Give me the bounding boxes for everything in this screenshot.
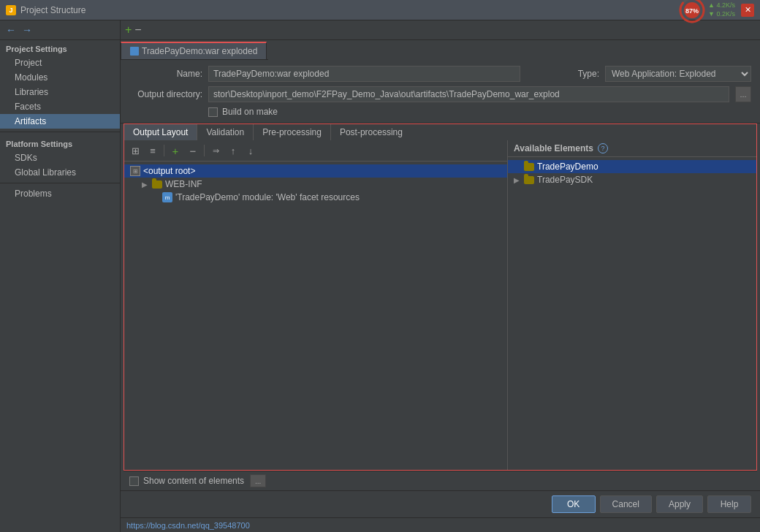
main-layout: ← → Project Settings Project Modules Lib… — [0, 20, 760, 532]
tree-item-tradepay-module-label: 'TradePayDemo' module: 'Web' facet resou… — [175, 192, 360, 202]
element-item-tradepay-sdk-label: TradePaySDK — [537, 175, 593, 185]
type-select-wrapper: Web Application: Exploded — [605, 66, 751, 82]
dots-button[interactable]: ... — [250, 474, 266, 487]
output-dir-row: Output directory: ... — [129, 86, 751, 102]
dialog-buttons: OK Cancel Apply Help — [121, 490, 760, 517]
tree-move-up-button[interactable]: ↑ — [225, 142, 241, 159]
artifact-tab-area: TradePayDemo:war exploded — [121, 40, 760, 60]
net-download: ▼ 0.2K/s — [708, 10, 735, 19]
status-url: https://blog.csdn.net/qq_39548700 — [126, 521, 250, 530]
sidebar-item-modules[interactable]: Modules — [0, 70, 120, 85]
type-select[interactable]: Web Application: Exploded — [605, 66, 751, 82]
folder-icon — [152, 180, 162, 189]
tree-expand-arrow: ▶ — [142, 180, 149, 189]
forward-button[interactable]: → — [20, 23, 34, 37]
sidebar-item-artifacts[interactable]: Artifacts — [0, 114, 120, 129]
sidebar-toolbar: ← → — [0, 20, 120, 40]
cpu-net-stats: 87% ▲ 4.2K/s ▼ 0.2K/s — [679, 0, 735, 23]
sidebar-item-facets[interactable]: Facets — [0, 99, 120, 114]
remove-artifact-button[interactable]: − — [134, 23, 141, 37]
bottom-bar: Show content of elements ... — [123, 471, 757, 490]
elements-panel: Available Elements ? TradePayDemo ▶ Trad… — [508, 140, 756, 470]
tree-remove-button[interactable]: − — [185, 142, 201, 159]
tree-add-button[interactable]: + — [167, 142, 183, 159]
sidebar-item-project[interactable]: Project — [0, 56, 120, 70]
properties-panel: Name: Type: Web Application: Exploded Ou… — [121, 60, 760, 123]
name-label: Name: — [129, 69, 202, 79]
output-dir-browse-button[interactable]: ... — [735, 86, 751, 102]
element-folder-icon-1 — [524, 163, 534, 171]
title-bar-left: J Project Structure — [6, 5, 86, 15]
element-expand-arrow-2: ▶ — [514, 176, 521, 184]
build-on-make-label: Build on make — [222, 107, 278, 117]
content-area: + − TradePayDemo:war exploded Name: Type… — [121, 20, 760, 532]
sidebar-item-problems[interactable]: Problems — [0, 186, 120, 201]
sidebar: ← → Project Settings Project Modules Lib… — [0, 20, 121, 532]
output-dir-label: Output directory: — [129, 89, 202, 99]
cancel-button[interactable]: Cancel — [600, 495, 652, 513]
artifact-tabs: TradePayDemo:war exploded — [121, 40, 268, 60]
title-bar: J Project Structure 87% ▲ 4.2K/s ▼ 0.2K/… — [0, 0, 760, 20]
output-dir-input[interactable] — [208, 86, 729, 102]
tree-toolbar-sep2 — [204, 145, 205, 156]
name-row: Name: Type: Web Application: Exploded — [129, 66, 751, 82]
tab-output-layout[interactable]: Output Layout — [124, 124, 197, 140]
net-stats: ▲ 4.2K/s ▼ 0.2K/s — [708, 1, 735, 18]
tree-item-output-root[interactable]: ⊞ <output root> — [124, 164, 507, 178]
add-artifact-button[interactable]: + — [125, 23, 132, 37]
output-tabs: Output Layout Validation Pre-processing … — [123, 123, 757, 140]
svg-text:87%: 87% — [685, 7, 699, 15]
platform-settings-section: Platform Settings — [0, 135, 120, 151]
tree-move-down-button[interactable]: ↓ — [243, 142, 259, 159]
elements-content: TradePayDemo ▶ TradePaySDK — [508, 157, 756, 470]
help-button[interactable]: Help — [707, 495, 751, 513]
back-button[interactable]: ← — [4, 23, 18, 37]
name-input[interactable] — [208, 66, 520, 82]
title-bar-right: 87% ▲ 4.2K/s ▼ 0.2K/s ✕ — [679, 0, 754, 23]
tree-item-output-root-label: <output root> — [143, 166, 195, 176]
tab-pre-processing[interactable]: Pre-processing — [254, 124, 331, 140]
window-title: Project Structure — [20, 5, 86, 15]
apply-button[interactable]: Apply — [656, 495, 703, 513]
cpu-gauge: 87% — [679, 0, 705, 23]
tree-toolbar-sep1 — [164, 145, 164, 156]
sidebar-item-sdks[interactable]: SDKs — [0, 151, 120, 165]
tab-post-processing[interactable]: Post-processing — [331, 124, 411, 140]
tree-content: ⊞ <output root> ▶ WEB-INF m 'TradePayDem… — [124, 162, 507, 470]
element-item-tradepay-sdk[interactable]: ▶ TradePaySDK — [508, 173, 756, 186]
build-on-make-checkbox[interactable] — [208, 107, 218, 117]
sidebar-divider — [0, 132, 120, 132]
build-on-make-row: Build on make — [129, 107, 751, 117]
help-icon[interactable]: ? — [598, 143, 608, 153]
sidebar-divider-2 — [0, 183, 120, 183]
tree-item-web-inf-label: WEB-INF — [165, 179, 202, 189]
tab-validation[interactable]: Validation — [197, 124, 254, 140]
tree-tool-view-button[interactable]: ⊞ — [127, 142, 143, 159]
artifact-tab-label: TradePayDemo:war exploded — [142, 46, 257, 56]
tree-item-web-inf[interactable]: ▶ WEB-INF — [136, 178, 507, 191]
element-item-tradepay-demo[interactable]: TradePayDemo — [508, 160, 756, 173]
type-label: Type: — [526, 69, 599, 79]
content-toolbar: + − — [121, 20, 760, 40]
output-root-icon: ⊞ — [130, 166, 140, 176]
show-content-checkbox[interactable] — [129, 476, 139, 486]
app-icon: J — [6, 5, 16, 15]
project-settings-section: Project Settings — [0, 40, 120, 56]
status-bar: https://blog.csdn.net/qq_39548700 — [121, 517, 760, 532]
sidebar-item-libraries[interactable]: Libraries — [0, 85, 120, 99]
tree-item-tradepay-module[interactable]: m 'TradePayDemo' module: 'Web' facet res… — [124, 191, 507, 204]
close-button[interactable]: ✕ — [741, 4, 754, 17]
elements-header: Available Elements ? — [508, 140, 756, 157]
sidebar-item-global-libraries[interactable]: Global Libraries — [0, 165, 120, 180]
tree-tool-list-button[interactable]: ≡ — [145, 142, 161, 159]
available-elements-label: Available Elements — [514, 143, 593, 153]
element-folder-icon-2 — [524, 176, 534, 184]
show-content-label: Show content of elements — [143, 476, 244, 486]
tree-toolbar: ⊞ ≡ + − ⇒ ↑ ↓ — [124, 140, 507, 162]
artifact-tab-tradepay[interactable]: TradePayDemo:war exploded — [121, 42, 267, 59]
module-icon: m — [162, 192, 172, 202]
artifact-tab-icon — [130, 47, 139, 56]
net-upload: ▲ 4.2K/s — [708, 1, 735, 10]
tree-move-to-button[interactable]: ⇒ — [208, 142, 224, 159]
ok-button[interactable]: OK — [552, 495, 596, 513]
